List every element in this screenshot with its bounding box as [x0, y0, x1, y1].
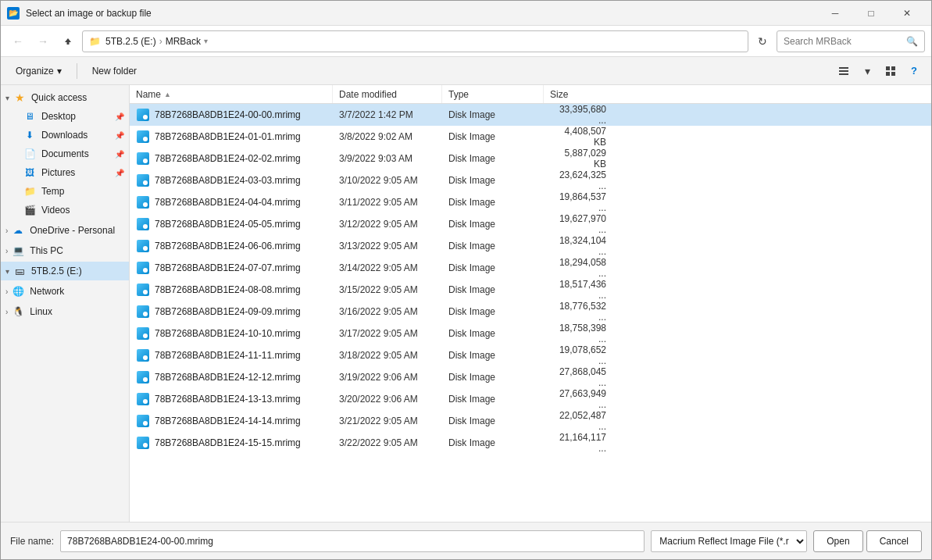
sidebar-item-temp[interactable]: 📁 Temp: [1, 182, 129, 201]
downloads-icon: ⬇: [23, 128, 37, 142]
file-type: Disk Image: [442, 241, 544, 251]
organize-button[interactable]: Organize ▾: [7, 60, 70, 82]
sidebar-temp-label: Temp: [41, 186, 124, 197]
table-row[interactable]: 78B7268BA8DB1E24-02-02.mrimg 3/9/2022 9:…: [130, 148, 931, 169]
table-row[interactable]: 78B7268BA8DB1E24-03-03.mrimg 3/10/2022 9…: [130, 169, 931, 191]
sidebar-group-linux[interactable]: › 🐧 Linux: [1, 302, 129, 321]
sidebar-group-5tb[interactable]: ▾ 🖴 5TB.2.5 (E:): [1, 262, 129, 280]
file-date: 3/21/2022 9:05 AM: [333, 416, 442, 426]
view-list-button[interactable]: [833, 60, 855, 82]
file-name: 78B7268BA8DB1E24-09-09.mrimg: [155, 306, 301, 317]
file-name-cell: 78B7268BA8DB1E24-15-15.mrimg: [130, 436, 333, 450]
file-date: 3/18/2022 9:05 AM: [333, 350, 442, 361]
address-bar: ← → 📁 5TB.2.5 (E:) › MRBack ▾ ↻ 🔍: [1, 26, 931, 57]
table-row[interactable]: 78B7268BA8DB1E24-01-01.mrimg 3/8/2022 9:…: [130, 126, 931, 148]
sidebar-item-videos[interactable]: 🎬 Videos: [1, 201, 129, 219]
table-row[interactable]: 78B7268BA8DB1E24-11-11.mrimg 3/18/2022 9…: [130, 344, 931, 366]
table-row[interactable]: 78B7268BA8DB1E24-13-13.mrimg 3/20/2022 9…: [130, 388, 931, 410]
sidebar-item-downloads[interactable]: ⬇ Downloads 📌: [1, 126, 129, 144]
column-name-label: Name: [136, 89, 161, 100]
sidebar-group-network[interactable]: › 🌐 Network: [1, 282, 129, 301]
file-type: Disk Image: [442, 437, 544, 448]
file-icon: [136, 392, 150, 406]
back-button[interactable]: ←: [7, 30, 29, 52]
file-icon: [136, 217, 150, 231]
file-name: 78B7268BA8DB1E24-13-13.mrimg: [155, 394, 301, 405]
file-name-cell: 78B7268BA8DB1E24-06-06.mrimg: [130, 239, 333, 253]
table-row[interactable]: 78B7268BA8DB1E24-08-08.mrimg 3/15/2022 9…: [130, 279, 931, 301]
breadcrumb-chevron-icon: ▾: [204, 37, 208, 45]
column-size-header[interactable]: Size: [544, 85, 622, 103]
quick-access-star-icon: ★: [12, 91, 27, 105]
file-size: 22,052,487 ...: [544, 410, 622, 432]
table-row[interactable]: 78B7268BA8DB1E24-14-14.mrimg 3/21/2022 9…: [130, 410, 931, 432]
close-button[interactable]: ✕: [889, 1, 925, 26]
search-input[interactable]: [784, 36, 906, 47]
column-date-header[interactable]: Date modified: [333, 85, 442, 103]
minimize-button[interactable]: ─: [817, 1, 853, 26]
organize-chevron-icon: ▾: [57, 66, 62, 77]
sidebar-group-onedrive[interactable]: › ☁ OneDrive - Personal: [1, 221, 129, 240]
file-icon: [136, 152, 150, 166]
view-dropdown-button[interactable]: ▾: [856, 60, 878, 82]
refresh-button[interactable]: ↻: [752, 30, 773, 52]
svg-rect-5: [886, 72, 890, 76]
table-row[interactable]: 78B7268BA8DB1E24-10-10.mrimg 3/17/2022 9…: [130, 323, 931, 344]
column-type-label: Type: [448, 89, 469, 100]
file-icon: [136, 261, 150, 275]
filetype-select[interactable]: Macrium Reflect Image File (*.r: [651, 530, 807, 552]
up-button[interactable]: [57, 30, 79, 52]
file-date: 3/14/2022 9:05 AM: [333, 262, 442, 273]
dialog-title: Select an image or backup file: [26, 8, 817, 19]
thispc-chevron-icon: ›: [5, 247, 8, 255]
breadcrumb-folder: MRBack: [166, 36, 201, 47]
breadcrumb-drive: 5TB.2.5 (E:): [105, 36, 156, 47]
column-type-header[interactable]: Type: [442, 85, 544, 103]
table-row[interactable]: 78B7268BA8DB1E24-12-12.mrimg 3/19/2022 9…: [130, 366, 931, 388]
file-icon: [136, 130, 150, 144]
open-button[interactable]: Open: [813, 530, 862, 552]
file-type: Disk Image: [442, 131, 544, 142]
table-row[interactable]: 78B7268BA8DB1E24-00-00.mrimg 3/7/2022 1:…: [130, 104, 931, 126]
file-date: 3/20/2022 9:06 AM: [333, 394, 442, 405]
file-name-cell: 78B7268BA8DB1E24-09-09.mrimg: [130, 305, 333, 319]
toolbar-right-controls: ▾ ?: [833, 60, 925, 82]
table-row[interactable]: 78B7268BA8DB1E24-04-04.mrimg 3/11/2022 9…: [130, 191, 931, 213]
documents-pin-icon: 📌: [115, 150, 124, 159]
sidebar-group-thispc[interactable]: › 💻 This PC: [1, 241, 129, 260]
file-icon: [136, 239, 150, 253]
table-row[interactable]: 78B7268BA8DB1E24-15-15.mrimg 3/22/2022 9…: [130, 432, 931, 454]
file-icon: [136, 173, 150, 187]
table-row[interactable]: 78B7268BA8DB1E24-07-07.mrimg 3/14/2022 9…: [130, 257, 931, 279]
cancel-button[interactable]: Cancel: [866, 530, 922, 552]
table-row[interactable]: 78B7268BA8DB1E24-05-05.mrimg 3/12/2022 9…: [130, 213, 931, 235]
linux-label: Linux: [30, 306, 52, 317]
column-date-label: Date modified: [339, 89, 397, 100]
sidebar-section-5tb: ▾ 🖴 5TB.2.5 (E:): [1, 262, 129, 280]
sidebar-item-pictures[interactable]: 🖼 Pictures 📌: [1, 163, 129, 182]
filename-input[interactable]: [60, 530, 645, 552]
sidebar-documents-label: Documents: [41, 148, 112, 159]
sidebar-item-desktop[interactable]: 🖥 Desktop 📌: [1, 107, 129, 126]
pictures-pin-icon: 📌: [115, 169, 124, 177]
maximize-button[interactable]: □: [853, 1, 889, 26]
column-name-header[interactable]: Name ▲: [130, 85, 333, 103]
sidebar-item-documents[interactable]: 📄 Documents 📌: [1, 144, 129, 163]
search-box[interactable]: 🔍: [777, 30, 925, 52]
help-button[interactable]: ?: [903, 60, 925, 82]
breadcrumb[interactable]: 📁 5TB.2.5 (E:) › MRBack ▾: [82, 30, 748, 52]
desktop-icon: 🖥: [23, 109, 37, 123]
table-row[interactable]: 78B7268BA8DB1E24-06-06.mrimg 3/13/2022 9…: [130, 235, 931, 257]
table-row[interactable]: 78B7268BA8DB1E24-09-09.mrimg 3/16/2022 9…: [130, 301, 931, 323]
linux-icon: 🐧: [11, 305, 25, 319]
svg-rect-6: [891, 72, 895, 76]
filename-label: File name:: [10, 536, 54, 547]
file-size: 19,627,970 ...: [544, 213, 622, 235]
file-name-cell: 78B7268BA8DB1E24-11-11.mrimg: [130, 348, 333, 362]
sidebar-group-quick-access[interactable]: ▾ ★ Quick access: [1, 88, 129, 107]
new-folder-button[interactable]: New folder: [84, 60, 145, 82]
view-grid-button[interactable]: [880, 60, 902, 82]
file-name: 78B7268BA8DB1E24-01-01.mrimg: [155, 131, 301, 142]
forward-button[interactable]: →: [32, 30, 54, 52]
file-size: 21,164,117 ...: [544, 432, 622, 454]
